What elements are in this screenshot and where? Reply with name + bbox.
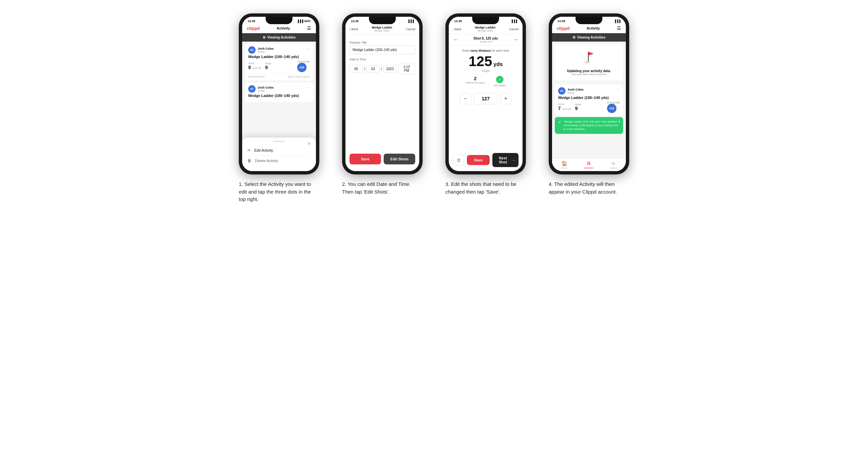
date-month-2[interactable]: 03: [366, 65, 380, 73]
avatar-2: JC: [248, 85, 255, 93]
delete-shot-btn-3[interactable]: 🗑: [453, 154, 464, 166]
tab-home-4[interactable]: 🏠 Home: [552, 161, 577, 169]
date-year-2[interactable]: 2023: [383, 65, 397, 73]
nav-sub-3: 06 Mar 2023: [475, 29, 496, 32]
prev-shot-btn[interactable]: ←: [453, 36, 459, 43]
save-shot-btn-3[interactable]: Save: [467, 155, 490, 165]
card-header-2: JC Josh Coles Today ···: [248, 85, 310, 93]
carry-label-3: Enter carry distance for each shot: [462, 49, 509, 52]
card-footer-1: Test Information Data: Clippd Capture: [248, 74, 310, 78]
user-date-4: Today: [567, 91, 584, 94]
toast-close-4[interactable]: ✕: [618, 120, 620, 123]
tab-activities-label-4: Activities: [584, 167, 594, 169]
form-title-input-2[interactable]: [349, 45, 415, 54]
next-shot-label-3: Next Shot: [495, 156, 510, 164]
activity-card-1[interactable]: JC Josh Coles Today ··· Wedge Ladder (10…: [245, 43, 313, 81]
shots-val-4: 9: [575, 106, 581, 111]
toast-text-4: "Wedge Ladder (100–140 yds)" was updated…: [563, 120, 620, 131]
next-shot-arrow-3: →: [512, 158, 516, 162]
hit-target-icon-3: ✓: [496, 76, 503, 83]
card-stats-1: Score 9 OUT OF Shots 9: [248, 60, 310, 72]
tab-activities-4[interactable]: ♻ Activities: [577, 161, 601, 169]
activity-card-4[interactable]: JC Josh Coles Today ··· Wedge Ladder (10…: [555, 85, 623, 116]
back-btn-3[interactable]: ‹ Back: [453, 27, 462, 31]
time-input-2[interactable]: 1:13 PM: [398, 63, 415, 74]
save-btn-2[interactable]: Save: [349, 154, 381, 164]
score-val-1: 9: [248, 65, 251, 70]
viewing-bar-1: ⚙ Viewing Activities: [242, 33, 316, 41]
signal-icon-2: ▐▐▐: [407, 20, 414, 23]
shot-stats-row-3: 2 Difference (yds) ✓ Hit Target: [466, 76, 505, 87]
status-icons-4: ▐▐▐: [614, 20, 620, 23]
edit-icon: ✏: [248, 148, 251, 153]
yds-display-3: 125 yds: [469, 54, 503, 68]
card-header-4: JC Josh Coles Today ···: [558, 87, 620, 95]
date-row-2: 06 / 03 / 2023 1:13 PM: [349, 63, 415, 74]
back-nav-2: ‹ Back Wedge Ladder 06 Mar 2023 Cancel: [345, 24, 419, 34]
diff-lbl-3: Difference (yds): [466, 81, 485, 84]
success-toast-4: ✓ "Wedge Ladder (100–140 yds)" was updat…: [555, 117, 623, 134]
sheet-close-1[interactable]: ✕: [307, 141, 311, 146]
card-dots-2[interactable]: ···: [307, 85, 310, 90]
edit-shots-btn-2[interactable]: Edit Shots: [384, 154, 415, 164]
phone-4-screen: 14:38 ▐▐▐ clippd Activity ☰ ⚙ Viewing Ac…: [552, 17, 626, 171]
activity-card-2[interactable]: JC Josh Coles Today ··· Wedge Ladder (10…: [245, 83, 313, 102]
phone-1-shell: 14:38 ▐▐▐ WiFi clippd Activity ☰ ⚙ Viewi…: [239, 13, 319, 175]
date-day-2[interactable]: 06: [349, 65, 363, 73]
shots-stat-1: Shots 9: [265, 62, 271, 70]
shot-footer-3: 🗑 Save Next Shot →: [449, 150, 523, 171]
nav-menu-4[interactable]: ☰: [617, 26, 621, 31]
score-stat-1: Score 9 OUT OF: [248, 62, 261, 70]
back-nav-3: ‹ Back Wedge Ladder 06 Mar 2023 Cancel: [449, 24, 523, 34]
phone-2-screen: 14:38 ▐▐▐ ‹ Back Wedge Ladder 06 Mar 202…: [345, 17, 419, 171]
check-icon-toast: ✓: [558, 120, 561, 124]
avatar-4: JC: [558, 87, 565, 95]
edit-screen-2: Practice Title Date & Time 06 / 03 / 202…: [345, 34, 419, 171]
caption-1: 1. Select the Activity you want to edit …: [239, 181, 319, 203]
wifi-icon-1: WiFi: [304, 20, 311, 23]
card-title-2: Wedge Ladder (100–140 yds): [248, 94, 310, 98]
shot-body-3: Enter carry distance for each shot 125 y…: [449, 45, 523, 150]
quality-stat-4: Shot Quality 118: [607, 101, 620, 113]
sheet-delete-item[interactable]: 🗑 Delete Activity: [248, 156, 311, 166]
stepper-plus-3[interactable]: +: [500, 93, 512, 104]
user-info-4: Josh Coles Today: [567, 88, 584, 94]
stepper-row-3: − 127 +: [460, 93, 512, 104]
user-name-4: Josh Coles: [567, 88, 584, 91]
phone-3-col: 14:39 ▐▐▐ ‹ Back Wedge Ladder 06 Mar 202…: [439, 13, 533, 195]
signal-icon-4: ▐▐▐: [614, 20, 620, 23]
shots-stat-4: Shots 9: [575, 103, 581, 111]
info-right-1: Data: Clippd Capture: [288, 75, 310, 78]
card-title-4: Wedge Ladder (100–140 yds): [558, 96, 620, 100]
btn-row-2: Save Edit Shots: [349, 154, 415, 164]
caption-3: 3. Edit the shots that need to be change…: [445, 181, 526, 195]
caption-2: 2. You can edit Date and Time. Then tap …: [342, 181, 423, 195]
stepper-minus-3[interactable]: −: [460, 93, 471, 104]
nav-logo-1: clippd: [247, 26, 259, 31]
nav-logo-4: clippd: [557, 26, 569, 31]
nav-title-4: Activity: [587, 26, 600, 30]
next-shot-nav-btn[interactable]: →: [513, 36, 519, 43]
nav-menu-1[interactable]: ☰: [307, 26, 311, 31]
shot-header-3: ← Shot 6, 125 yds Score 7/9 →: [449, 34, 523, 45]
phone4-content: ⚙ Viewing Activities: [552, 33, 626, 171]
loading-subtext-4: This may take a few moments.: [571, 73, 607, 76]
user-name-2: Josh Coles: [257, 86, 274, 89]
card-dots-1[interactable]: ···: [307, 46, 310, 51]
shot-title-3: Shot 6, 125 yds Score 7/9: [473, 37, 498, 43]
yds-unit-3: yds: [493, 61, 503, 67]
user-name-1: Josh Coles: [257, 47, 274, 50]
viewing-bar-4: ⚙ Viewing Activities: [552, 33, 626, 41]
sheet-edit-item[interactable]: ✏ Edit Activity: [248, 145, 311, 156]
quality-stat-1: Shot Quality 130: [297, 60, 310, 72]
user-date-2: Today: [257, 89, 274, 92]
card-header-1: JC Josh Coles Today ···: [248, 46, 310, 54]
nav-center-2: Wedge Ladder 06 Mar 2023: [372, 26, 393, 32]
back-btn-2[interactable]: ‹ Back: [349, 27, 358, 31]
nav-title-2: Wedge Ladder: [372, 26, 393, 29]
cancel-btn-3[interactable]: Cancel: [509, 28, 519, 31]
cancel-btn-2[interactable]: Cancel: [406, 28, 415, 31]
next-shot-btn-3[interactable]: Next Shot →: [492, 153, 519, 167]
card-dots-4[interactable]: ···: [616, 87, 620, 92]
tab-capture-4[interactable]: ⊕ Capture: [601, 161, 626, 169]
